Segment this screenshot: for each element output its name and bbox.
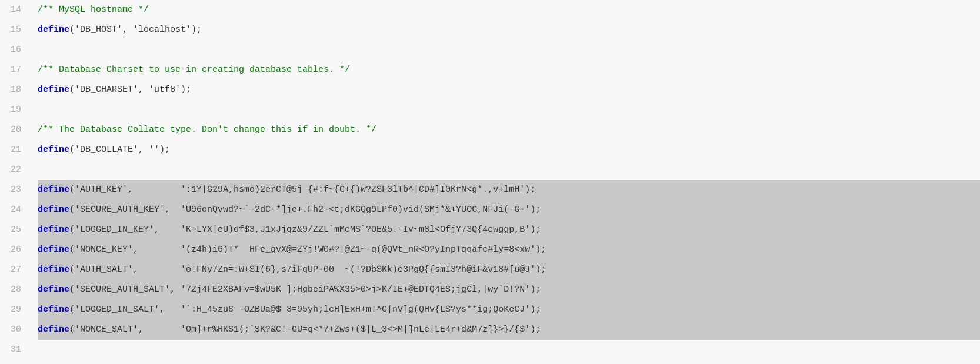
code-line: [38, 340, 980, 360]
line-number: 26: [5, 240, 21, 260]
line-number: 32: [5, 360, 21, 364]
code-line: define('SECURE_AUTH_KEY', 'U96onQvwd?~`-…: [38, 200, 980, 220]
line-number: 23: [5, 180, 21, 200]
plain-token: ('LOGGED_IN_SALT', '`:H_45zu8 -OZBUa@$ 8…: [69, 305, 541, 315]
code-line: [38, 100, 980, 120]
kw-token: define: [38, 245, 69, 255]
line-number: 24: [5, 200, 21, 220]
line-number: 17: [5, 60, 21, 80]
line-number: 31: [5, 340, 21, 360]
code-line: define('NONCE_SALT', 'Om]+r%HKS1(;`SK?&C…: [38, 320, 980, 340]
plain-token: ('AUTH_KEY', ':1Y|G29A,hsmo)2erCT@5j {#:…: [69, 185, 535, 195]
kw-token: define: [38, 265, 69, 275]
line-number: 19: [5, 100, 21, 120]
kw-token: define: [38, 145, 69, 155]
code-line: /** MySQL hostname */: [38, 0, 980, 20]
kw-token: define: [38, 285, 69, 295]
kw-token: define: [38, 185, 69, 195]
code-line: define('SECURE_AUTH_SALT', '7Zj4FE2XBAFv…: [38, 280, 980, 300]
line-number: 14: [5, 0, 21, 20]
code-line: define('DB_CHARSET', 'utf8');: [38, 80, 980, 100]
line-number: 21: [5, 140, 21, 160]
kw-token: define: [38, 25, 69, 35]
line-number: 30: [5, 320, 21, 340]
line-number: 27: [5, 260, 21, 280]
comment-token: /** MySQL hostname */: [38, 5, 149, 15]
plain-token: ('NONCE_SALT', 'Om]+r%HKS1(;`SK?&C!-GU=q…: [69, 325, 541, 335]
code-area[interactable]: /** MySQL hostname */define('DB_HOST', '…: [28, 0, 980, 364]
code-line: define('LOGGED_IN_KEY', 'K+LYX|eU)of$3,J…: [38, 220, 980, 240]
code-line: define('DB_COLLATE', '');: [38, 140, 980, 160]
code-line: /** Database Charset to use in creating …: [38, 60, 980, 80]
plain-token: ('LOGGED_IN_KEY', 'K+LYX|eU)of$3,J1xJjqz…: [69, 225, 541, 235]
line-number: 15: [5, 20, 21, 40]
kw-token: define: [38, 325, 69, 335]
line-numbers: 1415161718192021222324252627282930313233…: [0, 0, 28, 364]
plain-token: ('DB_CHARSET', 'utf8');: [69, 85, 191, 95]
plain-token: ('SECURE_AUTH_KEY', 'U96onQvwd?~`-2dC-*]…: [69, 205, 541, 215]
line-number: 20: [5, 120, 21, 140]
line-number: 25: [5, 220, 21, 240]
line-number: 22: [5, 160, 21, 180]
code-line: define('DB_HOST', 'localhost');: [38, 20, 980, 40]
code-line: define('NONCE_KEY', '(z4h)i6)T* HFe_gvX@…: [38, 240, 980, 260]
comment-token: /** The Database Collate type. Don't cha…: [38, 125, 376, 135]
line-number: 28: [5, 280, 21, 300]
code-line: define('AUTH_SALT', 'o!FNy7Zn=:W+$I(6},s…: [38, 260, 980, 280]
line-number: 29: [5, 300, 21, 320]
comment-token: /** Database Charset to use in creating …: [38, 65, 350, 75]
code-line: [38, 160, 980, 180]
plain-token: ('DB_COLLATE', '');: [69, 145, 170, 155]
line-number: 16: [5, 40, 21, 60]
kw-token: define: [38, 85, 69, 95]
kw-token: define: [38, 225, 69, 235]
plain-token: ('DB_HOST', 'localhost');: [69, 25, 202, 35]
kw-token: define: [38, 305, 69, 315]
code-line: define('AUTH_KEY', ':1Y|G29A,hsmo)2erCT@…: [38, 180, 980, 200]
code-line: [38, 360, 980, 364]
code-line: define('LOGGED_IN_SALT', '`:H_45zu8 -OZB…: [38, 300, 980, 320]
code-line: /** The Database Collate type. Don't cha…: [38, 120, 980, 140]
code-editor: 1415161718192021222324252627282930313233…: [0, 0, 980, 364]
plain-token: ('AUTH_SALT', 'o!FNy7Zn=:W+$I(6},s7iFqUP…: [69, 265, 546, 275]
kw-token: define: [38, 205, 69, 215]
plain-token: ('NONCE_KEY', '(z4h)i6)T* HFe_gvX@=ZYj!W…: [69, 245, 546, 255]
code-line: [38, 40, 980, 60]
line-number: 18: [5, 80, 21, 100]
plain-token: ('SECURE_AUTH_SALT', '7Zj4FE2XBAFv=$wU5K…: [69, 285, 541, 295]
